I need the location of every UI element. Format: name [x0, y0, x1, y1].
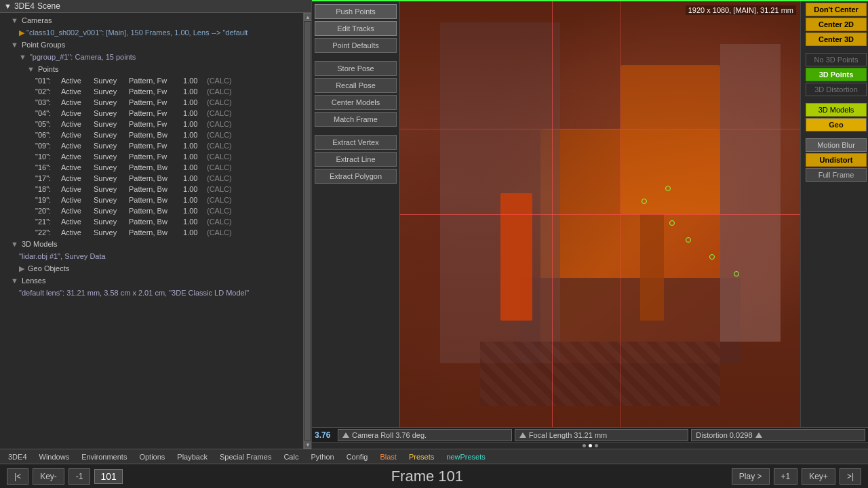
point-row-18[interactable]: "18":ActiveSurveyPattern, Bw1.00(CALC) — [0, 184, 303, 195]
camera-entry[interactable]: ▶ "class10_sh002_v001": [Main], 150 Fram… — [0, 26, 303, 39]
menu-blast[interactable]: Blast — [374, 451, 401, 462]
scrub-dot-1 — [583, 444, 586, 447]
track-dot-6 — [665, 186, 671, 191]
next-key-button[interactable]: >| — [840, 468, 861, 485]
camera-roll-indicator[interactable]: Camera Roll 3.76 deg. — [338, 429, 512, 441]
camera-entry-text: "class10_sh002_v001": [Main], 150 Frames… — [26, 28, 248, 37]
point-row-01[interactable]: "01":ActiveSurveyPattern, Fw1.00(CALC) — [0, 75, 303, 86]
push-points-button[interactable]: Push Points — [315, 4, 397, 19]
minus-one-button[interactable]: -1 — [68, 468, 91, 485]
lidar-entry[interactable]: "lidar.obj #1", Survey Data — [0, 250, 303, 262]
scroll-down-btn[interactable]: ▼ — [304, 441, 311, 449]
lenses-label: Lenses — [22, 277, 45, 285]
viewport-main[interactable]: 1920 x 1080, [MAIN], 31.21 mm — [400, 1, 800, 427]
key-plus-button[interactable]: Key+ — [802, 468, 835, 485]
point-row-05[interactable]: "05":ActiveSurveyPattern, Fw1.00(CALC) — [0, 119, 303, 129]
frame-display: Frame 101 — [127, 468, 728, 485]
key-minus-button[interactable]: Key- — [33, 468, 64, 485]
menu-environments[interactable]: Environments — [76, 451, 132, 462]
distortion-label: Distortion 0.0298 — [696, 431, 752, 439]
left-panel-scrollbar[interactable]: ▲ ▼ — [303, 13, 311, 449]
point-row-02[interactable]: "02":ActiveSurveyPattern, Fw1.00(CALC) — [0, 86, 303, 97]
menu-options[interactable]: Options — [134, 451, 170, 462]
menu-calc[interactable]: Calc — [278, 451, 304, 462]
forklift-cab — [620, 65, 721, 214]
menu-3de4[interactable]: 3DE4 — [3, 451, 33, 462]
point-row-06[interactable]: "06":ActiveSurveyPattern, Bw1.00(CALC) — [0, 129, 303, 140]
center-models-button[interactable]: Center Models — [315, 95, 397, 110]
panel-title: ▼ 3DE4 Scene — [0, 0, 311, 13]
minus-one-label: -1 — [76, 472, 83, 481]
menu-playback[interactable]: Playback — [172, 451, 213, 462]
geo-objects-entry[interactable]: ▶ Geo Objects — [0, 262, 303, 274]
menu-python[interactable]: Python — [305, 451, 339, 462]
point-row-17[interactable]: "17":ActiveSurveyPattern, Bw1.00(CALC) — [0, 173, 303, 184]
dont-center-button[interactable]: Don't Center — [806, 3, 867, 16]
point-row-22[interactable]: "22":ActiveSurveyPattern, Bw1.00(CALC) — [0, 227, 303, 238]
camera-roll-triangle — [342, 432, 349, 438]
scroll-thumb[interactable] — [304, 22, 311, 440]
menu-windows[interactable]: Windows — [34, 451, 75, 462]
geo-button[interactable]: Geo — [806, 118, 867, 131]
extract-line-button[interactable]: Extract Line — [315, 152, 397, 167]
scroll-up-btn[interactable]: ▲ — [304, 13, 311, 21]
left-panel: ▼ 3DE4 Scene ▼ Cameras ▶ "class10_sh002_… — [0, 0, 312, 449]
pgroup-arrow: ▼ — [19, 53, 26, 61]
frame-number: 101 — [100, 471, 116, 482]
tree-container[interactable]: ▼ Cameras ▶ "class10_sh002_v001": [Main]… — [0, 13, 303, 449]
playback-bar: |< Key- -1 101 Frame 101 Play > +1 Key+ … — [0, 464, 868, 488]
geo-objects-arrow: ▶ — [19, 264, 24, 272]
focal-length-indicator[interactable]: Focal Length 31.21 mm — [515, 429, 689, 441]
motion-blur-button[interactable]: Motion Blur — [806, 138, 867, 152]
point-row-20[interactable]: "20":ActiveSurveyPattern, Bw1.00(CALC) — [0, 205, 303, 216]
track-dot-5 — [734, 271, 739, 277]
panel-wrapper: ▼ Cameras ▶ "class10_sh002_v001": [Main]… — [0, 13, 311, 449]
timeline-area[interactable] — [312, 442, 868, 449]
lens-entry[interactable]: "default lens": 31.21 mm, 3.58 cm x 2.01… — [0, 287, 303, 299]
frame-number-box[interactable]: 101 — [94, 469, 122, 484]
point-row-03[interactable]: "03":ActiveSurveyPattern, Fw1.00(CALC) — [0, 97, 303, 108]
store-pose-button[interactable]: Store Pose — [315, 61, 397, 76]
prev-key-label: |< — [14, 472, 21, 481]
point-row-04[interactable]: "04":ActiveSurveyPattern, Fw1.00(CALC) — [0, 108, 303, 119]
no-3d-points-button[interactable]: No 3D Points — [806, 53, 867, 66]
3d-points-button[interactable]: 3D Points — [806, 68, 867, 81]
menu-presets[interactable]: Presets — [403, 451, 439, 462]
cameras-label: Cameras — [22, 16, 52, 24]
plus-one-button[interactable]: +1 — [774, 468, 798, 485]
match-frame-button[interactable]: Match Frame — [315, 112, 397, 127]
floor-pattern — [480, 342, 720, 405]
menu-special-frames[interactable]: Special Frames — [214, 451, 277, 462]
full-frame-button[interactable]: Full Frame — [806, 168, 867, 182]
pgroup-entry[interactable]: ▼ "pgroup_#1": Camera, 15 points — [0, 51, 303, 63]
extract-vertex-button[interactable]: Extract Vertex — [315, 135, 397, 150]
point-row-09[interactable]: "09":ActiveSurveyPattern, Fw1.00(CALC) — [0, 140, 303, 151]
undistort-button[interactable]: Undistort — [806, 153, 867, 167]
prev-key-button[interactable]: |< — [7, 468, 28, 485]
lenses-arrow: ▼ — [11, 277, 18, 285]
crosshair-horizontal — [400, 214, 800, 215]
distortion-triangle — [755, 432, 762, 438]
play-button[interactable]: Play > — [732, 468, 770, 485]
lenses-section: ▼ Lenses — [0, 274, 303, 287]
distortion-indicator[interactable]: Distortion 0.0298 — [691, 429, 865, 441]
3d-models-button[interactable]: 3D Models — [806, 103, 867, 117]
models-label: 3D Models — [22, 240, 58, 248]
point-row-19[interactable]: "19":ActiveSurveyPattern, Bw1.00(CALC) — [0, 195, 303, 205]
point-row-10[interactable]: "10":ActiveSurveyPattern, Fw1.00(CALC) — [0, 151, 303, 162]
center-3d-button[interactable]: Center 3D — [806, 33, 867, 46]
frame-display-text: Frame 101 — [391, 468, 463, 485]
point-row-16[interactable]: "16":ActiveSurveyPattern, Bw1.00(CALC) — [0, 162, 303, 173]
edit-tracks-button[interactable]: Edit Tracks — [315, 21, 397, 36]
center-2d-button[interactable]: Center 2D — [806, 18, 867, 31]
recall-pose-button[interactable]: Recall Pose — [315, 78, 397, 93]
point-defaults-button[interactable]: Point Defaults — [315, 38, 397, 53]
extract-polygon-button[interactable]: Extract Polygon — [315, 169, 397, 184]
menu-new-presets[interactable]: newPresets — [441, 451, 490, 462]
menu-config[interactable]: Config — [341, 451, 374, 462]
pgroup-text: "pgroup_#1": Camera, 15 points — [30, 53, 136, 61]
point-row-21[interactable]: "21":ActiveSurveyPattern, Bw1.00(CALC) — [0, 216, 303, 227]
main-area: ▼ 3DE4 Scene ▼ Cameras ▶ "class10_sh002_… — [0, 0, 868, 449]
3d-distortion-button[interactable]: 3D Distortion — [806, 83, 867, 96]
viewport-info: 1920 x 1080, [MAIN], 31.21 mm — [686, 5, 796, 15]
